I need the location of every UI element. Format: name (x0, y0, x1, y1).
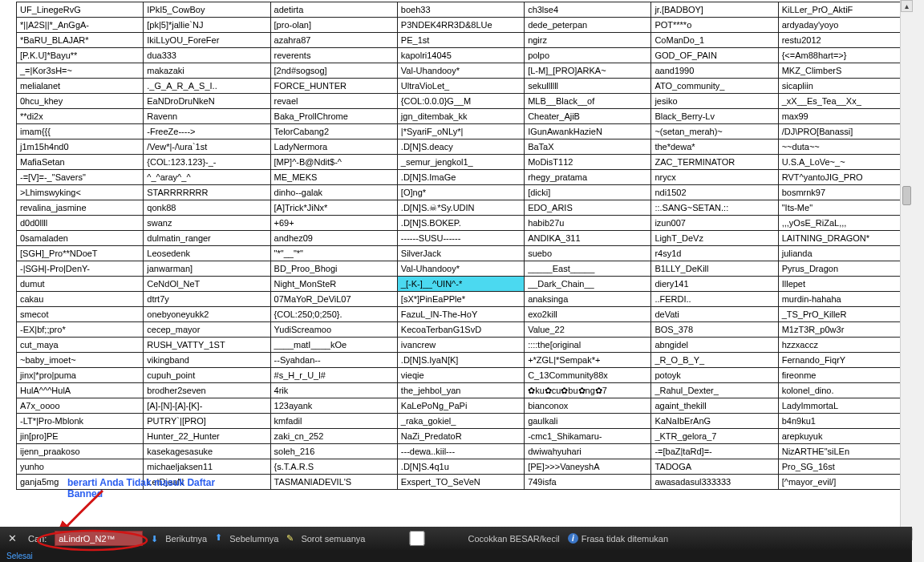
table-cell: bosmrnk97 (778, 185, 905, 200)
table-cell: anaksinga (525, 292, 651, 307)
table-cell: cakau (17, 292, 144, 307)
table-row: cakaudtrt7y07MaYoR_DeViL07[sX*]PinEaPPle… (17, 292, 906, 307)
table-cell: adetirta (270, 2, 397, 18)
table-row: ganja5mgLetDjeaNTASMANIADEVIL'SExspert_T… (17, 475, 906, 490)
table-cell: Illepet (778, 277, 905, 292)
table-cell: [^mayor_evil/] (778, 475, 905, 490)
table-cell: ME_MEKS (270, 170, 397, 185)
table-cell: Pyrus_Dragon (778, 261, 905, 277)
table-cell: murdin-hahaha (778, 292, 905, 307)
table-cell: 0samaladen (17, 231, 144, 246)
table-cell: [dicki] (525, 185, 651, 200)
table-row: yunhomichaeljaksen11{s.T.A.R.S.D[N]S.4q1… (17, 459, 906, 475)
table-cell: kasekagesasuke (144, 444, 270, 459)
table-cell: cupuh_point (144, 368, 270, 383)
find-prev-button[interactable]: ⬆ Sebelumnya (215, 533, 278, 544)
table-cell: [L-M]_[PRO]ARKA~ (525, 63, 651, 79)
table-cell: sicapliin (778, 79, 905, 94)
table-cell: P3NDEK4RR3D&8LUe (397, 18, 524, 33)
table-cell: SilverJack (397, 246, 524, 261)
table-cell: EDO_ARIS (525, 200, 651, 216)
table-cell: onebyoneyukk2 (144, 307, 270, 322)
table-cell: -|SGH|-Pro|DenY- (17, 261, 144, 277)
table-row: *||A2S||*_AnGgA-[pk|5]*jallie`NJ[pro-ola… (17, 18, 906, 33)
table-cell: _xX__Es_Tea__Xx_ (778, 94, 905, 109)
table-cell: r4sy1d (651, 246, 778, 261)
table-cell: deVati (651, 307, 778, 322)
vertical-scrollbar[interactable]: ▴ ▾ (900, 0, 912, 540)
table-row: ~baby_imoet~vikingband--Syahdan--.D[N]S.… (17, 353, 906, 368)
table-cell: zaki_cn_252 (270, 429, 397, 444)
table-cell: habib27u (525, 216, 651, 231)
table-row: 0hcu_kheyEaNDroDruNkeNrevael{COL:0.0.0}G… (17, 94, 906, 109)
table-cell: ANDIKA_311 (525, 231, 651, 246)
table-cell: ~(setan_merah)~ (651, 124, 778, 139)
table-cell: dinho--galak (270, 185, 397, 200)
table-cell: BD_Proo_Bhogi (270, 261, 397, 277)
table-cell: ngirz (525, 33, 651, 48)
table-cell: _Rahul_Dexter_ (651, 383, 778, 398)
table-cell: LadyNermora (270, 139, 397, 155)
table-cell: NizARTHE"siLEn (778, 444, 905, 459)
table-cell: azahra87 (270, 33, 397, 48)
table-cell: MafiaSetan (17, 155, 144, 170)
table-cell: Value_22 (525, 322, 651, 338)
highlight-all-button[interactable]: ✎ Sorot semuanya (286, 533, 365, 544)
table-cell: BOS_378 (651, 322, 778, 338)
table-cell: 0hcu_khey (17, 94, 144, 109)
table-cell: julianda (778, 246, 905, 261)
table-cell: revalina_jasmine (17, 200, 144, 216)
table-cell: ------SUSU------ (397, 231, 524, 246)
find-status: i Frasa tidak ditemukan (568, 533, 668, 544)
table-cell: againt_thekill (651, 398, 778, 414)
table-cell: POT****o (651, 18, 778, 33)
match-case-toggle[interactable]: Cocokkan BESAR/kecil (373, 531, 559, 546)
table-row: [P.K.U]*Bayu**dua333reverentskapolri1404… (17, 48, 906, 63)
table-cell: #s_H_r_U_l# (270, 368, 397, 383)
table-cell: _raka_gokiel_ (397, 414, 524, 429)
table-row: UF_LinegeRvGIPkI5_CowBoyadetirtaboeh33ch… (17, 2, 906, 18)
table-cell: PUTRY`|[PRO] (144, 414, 270, 429)
find-next-button[interactable]: ⬇ Berikutnya (151, 533, 207, 544)
table-cell: {COL:0.0.0}G__M (397, 94, 524, 109)
table-cell: [O]ng* (397, 185, 524, 200)
table-cell: FORCE_HUNTER (270, 79, 397, 94)
table-cell: dede_peterpan (525, 18, 651, 33)
match-case-checkbox[interactable] (373, 531, 461, 546)
table-cell: CoManDo_1 (651, 33, 778, 48)
table-cell: EaNDroDruNkeN (144, 94, 270, 109)
table-cell: polpo (525, 48, 651, 63)
table-cell: IkiLLyOU_ForeFer (144, 33, 270, 48)
table-cell: _TS_PrO_KilleR (778, 307, 905, 322)
scroll-thumb[interactable] (902, 186, 911, 205)
table-cell: {<=Am88hart=>} (778, 48, 905, 63)
table-cell: izun007 (651, 216, 778, 231)
table-cell: nrycx (651, 170, 778, 185)
table-row: -=[V]=-_"Savers"^_^aray^_^ME_MEKS.D[N]S.… (17, 170, 906, 185)
table-cell: C_13Community88x (525, 368, 651, 383)
table-cell: boeh33 (397, 2, 524, 18)
arrow-down-icon: ⬇ (151, 534, 162, 545)
table-cell: _R_O_B_Y_ (651, 353, 778, 368)
table-cell: ^_^aray^_^ (144, 170, 270, 185)
table-cell: *BaRU_BLAJAR* (17, 33, 144, 48)
table-cell: ..FERDI.. (651, 292, 778, 307)
status-text: Selesai (6, 552, 33, 560)
close-findbar-button[interactable]: ✕ (5, 532, 20, 544)
table-cell: LetDjeaN (144, 475, 270, 490)
highlight-icon: ✎ (286, 533, 298, 544)
table-cell: makazaki (144, 63, 270, 79)
table-row: smecotonebyoneyukk2{COL:250;0;250}.FazuL… (17, 307, 906, 322)
table-cell: qonk88 (144, 200, 270, 216)
table-cell: sekullllll (525, 79, 651, 94)
table-cell: brodher2seven (144, 383, 270, 398)
table-cell: hzzxaccz (778, 338, 905, 353)
table-cell: ._G_A_R_A_S_I.. (144, 79, 270, 94)
scroll-up-arrow[interactable]: ▴ (901, 0, 913, 12)
table-cell: +69+ (270, 216, 397, 231)
table-cell: FazuL_IN-The-HoY (397, 307, 524, 322)
table-cell: kmfadil (270, 414, 397, 429)
table-cell: arepkuyuk (778, 429, 905, 444)
table-row: ijenn_praakosokasekagesasukesoleh_216---… (17, 444, 906, 459)
find-input[interactable] (55, 531, 143, 546)
